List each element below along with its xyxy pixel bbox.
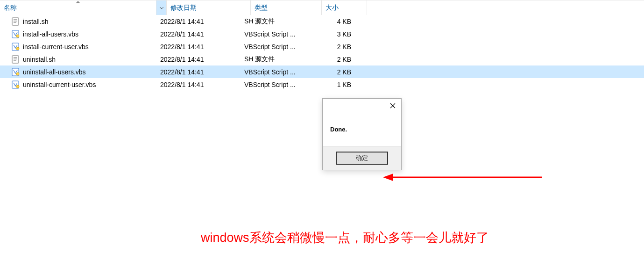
vbs-file-icon (12, 80, 20, 89)
arrow-annotation (383, 172, 542, 183)
file-name: uninstall.sh (23, 56, 56, 63)
file-name-cell: install-current-user.vbs (12, 43, 156, 51)
svg-point-15 (16, 85, 19, 88)
file-row[interactable]: uninstall-all-users.vbs2022/8/1 14:41VBS… (0, 65, 644, 78)
file-size: 2 KB (311, 43, 357, 51)
svg-rect-8 (12, 56, 19, 63)
sh-file-icon (12, 17, 20, 26)
message-dialog: Done. 确定 (322, 98, 402, 170)
file-row[interactable]: install.sh2022/8/1 14:41SH 源文件4 KB (0, 15, 644, 28)
svg-rect-0 (12, 18, 19, 25)
column-header-size[interactable]: 大小 (322, 0, 367, 15)
file-size: 4 KB (311, 18, 357, 25)
file-type: VBScript Script ... (241, 68, 311, 76)
vbs-file-icon (12, 68, 20, 76)
file-date: 2022/8/1 14:41 (156, 43, 241, 51)
svg-marker-17 (383, 174, 393, 181)
dialog-titlebar (323, 99, 401, 116)
file-name: install.sh (23, 18, 48, 25)
file-type: VBScript Script ... (241, 30, 311, 38)
dialog-message: Done. (323, 116, 401, 146)
column-header-size-label: 大小 (326, 4, 339, 12)
column-header-name-label: 名称 (4, 4, 17, 12)
column-header-type-label: 类型 (255, 4, 268, 12)
svg-point-5 (16, 35, 19, 37)
sh-file-icon (12, 55, 20, 64)
file-name: install-current-user.vbs (23, 43, 89, 51)
file-name-cell: uninstall-all-users.vbs (12, 68, 156, 76)
file-date: 2022/8/1 14:41 (156, 30, 241, 38)
file-type: SH 源文件 (241, 17, 311, 26)
file-size: 2 KB (311, 68, 357, 76)
column-header-name[interactable]: 名称 (0, 0, 156, 15)
file-name-cell: uninstall.sh (12, 55, 156, 64)
close-button[interactable] (384, 99, 401, 113)
file-name: install-all-users.vbs (23, 30, 78, 38)
file-row[interactable]: install-current-user.vbs2022/8/1 14:41VB… (0, 40, 644, 53)
svg-point-13 (16, 73, 19, 75)
dialog-footer: 确定 (323, 146, 401, 170)
column-header-date[interactable]: 修改日期 (167, 0, 251, 15)
column-header-row: 名称 修改日期 类型 大小 (0, 0, 644, 15)
svg-point-7 (16, 47, 19, 50)
vbs-file-icon (12, 30, 20, 38)
file-name: uninstall-current-user.vbs (23, 81, 96, 88)
file-type: VBScript Script ... (241, 43, 311, 51)
sort-ascending-icon (76, 1, 80, 3)
column-header-type[interactable]: 类型 (251, 0, 322, 15)
file-type: VBScript Script ... (241, 81, 311, 88)
file-list: install.sh2022/8/1 14:41SH 源文件4 KBinstal… (0, 15, 644, 91)
file-size: 3 KB (311, 30, 357, 38)
column-dropdown-button[interactable] (156, 0, 167, 15)
file-date: 2022/8/1 14:41 (156, 68, 241, 76)
close-icon (390, 103, 396, 109)
chevron-down-icon (159, 7, 164, 9)
annotation-text: windows系统会稍微慢一点，耐心多等一会儿就好了 (201, 229, 489, 246)
file-type: SH 源文件 (241, 55, 311, 64)
file-date: 2022/8/1 14:41 (156, 56, 241, 63)
file-name-cell: install.sh (12, 17, 156, 26)
file-row[interactable]: install-all-users.vbs2022/8/1 14:41VBScr… (0, 28, 644, 40)
vbs-file-icon (12, 43, 20, 51)
file-date: 2022/8/1 14:41 (156, 18, 241, 25)
file-name-cell: install-all-users.vbs (12, 30, 156, 38)
file-size: 1 KB (311, 81, 357, 88)
file-row[interactable]: uninstall.sh2022/8/1 14:41SH 源文件2 KB (0, 53, 644, 65)
file-size: 2 KB (311, 56, 357, 63)
file-row[interactable]: uninstall-current-user.vbs2022/8/1 14:41… (0, 78, 644, 91)
file-name-cell: uninstall-current-user.vbs (12, 80, 156, 89)
file-date: 2022/8/1 14:41 (156, 81, 241, 88)
file-name: uninstall-all-users.vbs (23, 68, 86, 76)
ok-button[interactable]: 确定 (336, 152, 388, 164)
column-header-date-label: 修改日期 (170, 4, 197, 12)
